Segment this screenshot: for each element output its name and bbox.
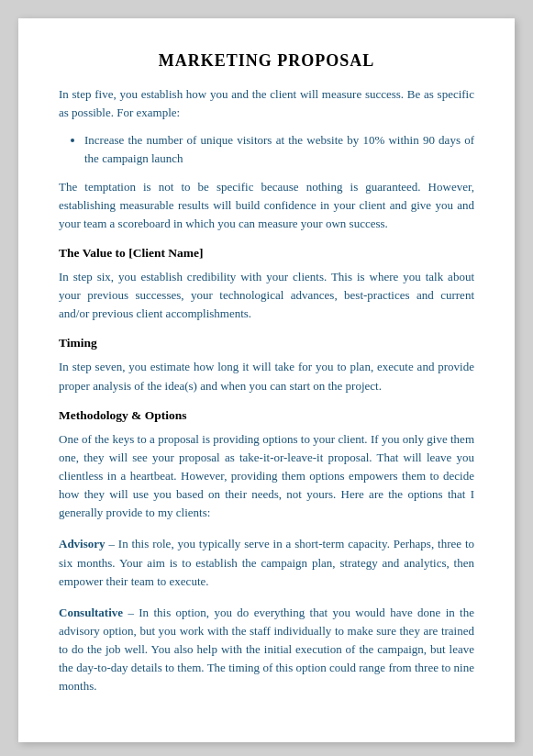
intro-paragraph: In step five, you establish how you and …	[59, 85, 474, 122]
body-paragraph-4: One of the keys to a proposal is providi…	[59, 430, 474, 523]
consultative-term: Consultative	[59, 606, 123, 619]
heading-timing: Timing	[59, 336, 474, 350]
body-paragraph-1: The temptation is not to be specific bec…	[59, 178, 474, 233]
heading-value: The Value to [Client Name]	[59, 246, 474, 261]
content-area: In step five, you establish how you and …	[59, 85, 474, 696]
advisory-text: In this role, you typically serve in a s…	[59, 537, 474, 587]
heading-methodology: Methodology & Options	[59, 408, 474, 423]
list-item: Increase the number of unique visitors a…	[84, 131, 474, 168]
consultative-paragraph: Consultative – In this option, you do ev…	[59, 604, 474, 696]
consultative-dash: –	[123, 606, 134, 619]
page-title: MARKETING PROPOSAL	[59, 51, 474, 71]
advisory-term: Advisory	[59, 537, 105, 550]
body-paragraph-3: In step seven, you estimate how long it …	[59, 358, 474, 395]
bullet-list: Increase the number of unique visitors a…	[84, 131, 474, 168]
document-page: MARKETING PROPOSAL In step five, you est…	[18, 18, 515, 742]
advisory-dash: –	[105, 537, 115, 550]
body-paragraph-2: In step six, you establish credibility w…	[59, 268, 474, 323]
advisory-paragraph: Advisory – In this role, you typically s…	[59, 535, 474, 590]
